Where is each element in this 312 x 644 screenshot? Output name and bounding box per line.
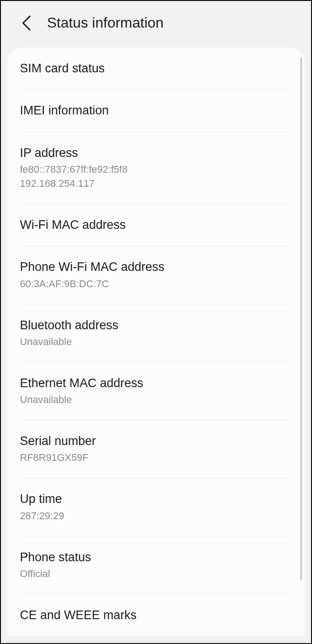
item-title: SIM card status [20,60,292,76]
list-item-up-time[interactable]: Up time 287:29:29 [20,478,292,536]
item-value: Official [20,567,292,581]
list-item-phone-wifi-mac-address[interactable]: Phone Wi-Fi MAC address 60:3A:AF:9B:DC:7… [20,246,292,304]
item-value: 60:3A:AF:9B:DC:7C [20,277,292,291]
item-title: Wi-Fi MAC address [20,217,292,233]
list-item-ethernet-mac-address[interactable]: Ethernet MAC address Unavailable [20,362,292,420]
back-button[interactable] [19,16,33,30]
item-value: 287:29:29 [20,509,292,523]
item-title: Phone Wi-Fi MAC address [20,259,292,275]
item-title: Serial number [20,433,292,449]
item-title: IP address [20,145,292,161]
page-title: Status information [47,14,164,31]
item-value: fe80::7837:67ff:fe92:f5f8 192.168.254.11… [20,163,292,191]
list-item-phone-status[interactable]: Phone status Official [20,536,292,594]
scrollbar[interactable] [300,57,302,580]
list-item-bluetooth-address[interactable]: Bluetooth address Unavailable [20,304,292,362]
list-item-wifi-mac-address[interactable]: Wi-Fi MAC address [20,204,292,246]
item-title: CE and WEEE marks [20,607,292,623]
chevron-left-icon [21,15,32,31]
settings-list: SIM card status IMEI information IP addr… [7,47,305,636]
list-item-ip-address[interactable]: IP address fe80::7837:67ff:fe92:f5f8 192… [20,132,292,204]
item-title: Bluetooth address [20,317,292,333]
item-title: Up time [20,491,292,507]
item-title: Phone status [20,549,292,565]
settings-card: SIM card status IMEI information IP addr… [7,47,305,636]
list-item-ce-weee-marks[interactable]: CE and WEEE marks [20,594,292,636]
list-item-serial-number[interactable]: Serial number RF8R91GX59F [20,420,292,478]
header: Status information [1,1,311,47]
item-value: Unavailable [20,393,292,407]
item-title: Ethernet MAC address [20,375,292,391]
list-item-imei-information[interactable]: IMEI information [20,90,292,132]
item-value: Unavailable [20,335,292,349]
item-value: RF8R91GX59F [20,451,292,465]
list-item-sim-card-status[interactable]: SIM card status [20,47,292,90]
item-title: IMEI information [20,102,292,118]
